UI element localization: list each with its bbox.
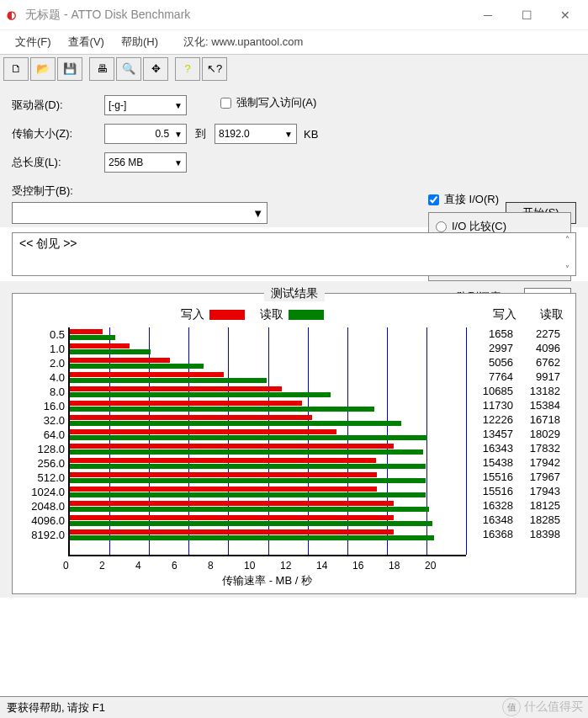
menu-hint: 汉化: www.upantool.com: [183, 35, 303, 50]
to-label: 到: [195, 126, 206, 141]
controlled-by-select[interactable]: ▼: [12, 202, 268, 224]
status-bar: 要获得帮助, 请按 F1 值什么值得买: [0, 696, 588, 718]
size-to-select[interactable]: 8192.0▼: [215, 124, 297, 144]
size-from-select[interactable]: 0.5▼: [104, 124, 187, 144]
new-icon[interactable]: 🗋: [3, 57, 29, 81]
status-text: 要获得帮助, 请按 F1: [7, 700, 105, 715]
direct-io-checkbox[interactable]: 直接 I/O(R): [428, 192, 571, 207]
length-select[interactable]: 256 MB▼: [104, 152, 187, 173]
legend-read-swatch: [289, 310, 324, 320]
length-label: 总长度(L):: [12, 155, 104, 170]
col-write-header: 写入: [469, 307, 516, 322]
legend-read-label: 读取: [260, 307, 283, 322]
size-label: 传输大小(Z):: [12, 126, 104, 141]
close-button[interactable]: ✕: [546, 2, 585, 29]
pointer-help-icon[interactable]: ↖?: [202, 57, 227, 81]
force-write-checkbox[interactable]: 强制写入访问(A): [220, 95, 316, 110]
menu-view[interactable]: 查看(V): [60, 31, 113, 53]
toolbar: 🗋 📂 💾 🖶 🔍 ✥ ? ↖?: [0, 54, 588, 82]
settings-panel: 驱动器(D): [-g-]▼ 强制写入访问(A) 传输大小(Z): 0.5▼ 到…: [0, 82, 588, 180]
minimize-button[interactable]: ─: [469, 2, 507, 29]
legend: 写入 读取 写入 读取: [13, 306, 575, 327]
controlled-by-label: 受控制于(B):: [12, 184, 73, 197]
open-icon[interactable]: 📂: [30, 57, 56, 81]
legend-write-swatch: [209, 310, 245, 320]
y-axis-labels: 0.51.02.04.08.016.032.064.0128.0256.0512…: [18, 327, 68, 556]
drive-select[interactable]: [-g-]▼: [104, 95, 187, 115]
watermark: 值什么值得买: [502, 698, 583, 716]
chart-bars: [68, 327, 466, 556]
menu-help[interactable]: 帮助(H): [113, 31, 167, 53]
app-icon: ◐: [7, 8, 20, 22]
data-columns: 1658227529974096505667627764991710685131…: [466, 327, 570, 556]
save-icon[interactable]: 💾: [57, 57, 82, 81]
help-icon[interactable]: ?: [175, 57, 200, 81]
results-title: 测试结果: [264, 286, 325, 301]
log-scrollbar[interactable]: ˄˅: [560, 235, 574, 274]
move-icon[interactable]: ✥: [143, 57, 168, 81]
kb-label: KB: [304, 128, 318, 141]
preview-icon[interactable]: 🔍: [116, 57, 141, 81]
print-icon[interactable]: 🖶: [89, 57, 114, 81]
log-text: << 创见 >>: [19, 237, 77, 250]
legend-write-label: 写入: [181, 307, 204, 322]
title-bar: ◐ 无标题 - ATTO Disk Benchmark ─ ☐ ✕: [0, 0, 588, 30]
col-read-header: 读取: [516, 307, 564, 322]
x-axis-ticks: 02468101214161820: [68, 560, 575, 572]
menu-bar: 文件(F) 查看(V) 帮助(H) 汉化: www.upantool.com: [0, 30, 588, 54]
window-title: 无标题 - ATTO Disk Benchmark: [25, 8, 469, 23]
log-box: << 创见 >> ˄˅: [12, 232, 576, 276]
drive-label: 驱动器(D):: [12, 98, 104, 113]
x-axis-label: 传输速率 - MB / 秒: [68, 572, 575, 593]
maximize-button[interactable]: ☐: [507, 2, 546, 29]
menu-file[interactable]: 文件(F): [7, 31, 60, 53]
results-panel: 测试结果 写入 读取 写入 读取 0.51.02.04.08.016.032.0…: [12, 293, 576, 594]
